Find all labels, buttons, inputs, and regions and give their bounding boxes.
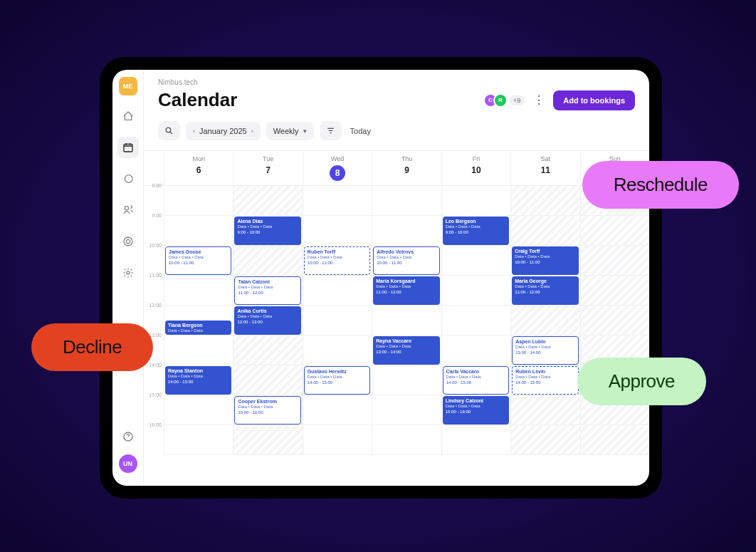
today-link[interactable]: Today xyxy=(350,127,371,135)
svg-rect-0 xyxy=(124,144,132,152)
time-label: 15:00 xyxy=(144,392,164,422)
time-label: 14:00 xyxy=(144,363,164,392)
time-slot[interactable] xyxy=(441,186,510,216)
time-slot[interactable] xyxy=(372,425,441,455)
calendar-event[interactable]: Alfredo VetrovsData • Data • Data10:00 -… xyxy=(373,246,439,275)
time-label: 16:00 xyxy=(144,422,164,452)
users-icon[interactable] xyxy=(117,199,139,221)
search-button[interactable] xyxy=(158,121,180,140)
breadcrumb: Nimbus tech xyxy=(158,78,635,86)
help-icon[interactable] xyxy=(117,426,139,447)
add-booking-button[interactable]: Add to bookings xyxy=(553,90,635,110)
time-slot[interactable] xyxy=(303,335,372,365)
time-slot[interactable] xyxy=(164,395,233,425)
more-menu-icon[interactable]: ⋮ xyxy=(533,93,545,107)
time-slot[interactable] xyxy=(233,425,302,455)
time-slot[interactable] xyxy=(441,425,510,455)
time-slot[interactable] xyxy=(372,306,441,335)
time-slot[interactable] xyxy=(303,306,372,335)
target-icon[interactable] xyxy=(117,231,139,252)
view-selector[interactable]: Weekly ▾ xyxy=(266,122,314,140)
reschedule-pill[interactable]: Reschedule xyxy=(582,161,739,209)
avatar-overflow: +9 xyxy=(509,95,525,105)
calendar-event[interactable]: Lindsey CalzoniData • Data • Data15:00 -… xyxy=(443,396,509,425)
time-slot[interactable] xyxy=(164,335,233,365)
filter-button[interactable] xyxy=(320,121,342,140)
page-title: Calendar xyxy=(158,89,237,111)
time-slot[interactable] xyxy=(164,186,233,216)
time-slot[interactable] xyxy=(164,425,233,455)
time-label: 10:00 xyxy=(144,243,164,273)
time-slot[interactable] xyxy=(372,395,441,425)
calendar-event[interactable]: Ruben TorffData • Data • Data10:00 - 11:… xyxy=(304,246,370,275)
calendar-event[interactable]: Gustavo HerwitzData • Data • Data14:00 -… xyxy=(304,366,370,395)
calendar-event[interactable]: Aspen LubinData • Data • Data13:00 - 14:… xyxy=(512,336,578,365)
calendar-icon[interactable] xyxy=(117,137,139,158)
time-slot[interactable] xyxy=(233,335,302,365)
avatar-stack[interactable]: C R +9 xyxy=(483,93,525,108)
calendar-event[interactable]: Craig TorffData • Data • Data10:00 - 11:… xyxy=(512,246,578,275)
time-slot[interactable] xyxy=(510,306,579,335)
calendar-event[interactable]: Tiana BergsonData • Data • Data12:30 - 1… xyxy=(165,321,231,335)
toolbar: ‹ January 2025 › Weekly ▾ Today xyxy=(144,111,649,150)
time-slot[interactable] xyxy=(441,246,510,276)
calendar-event[interactable]: Anika CurtisData • Data • Data12:00 - 13… xyxy=(234,306,300,335)
day-header[interactable]: Fri10 xyxy=(441,151,510,185)
time-label: 12:00 xyxy=(144,303,164,333)
filter-icon xyxy=(326,126,335,135)
avatar-me[interactable]: ME xyxy=(119,77,137,95)
month-label: January 2025 xyxy=(199,127,247,135)
day-header[interactable]: Sat11 xyxy=(510,151,579,185)
time-slot[interactable] xyxy=(233,246,302,276)
calendar-event[interactable]: Maria GeorgeData • Data • Data11:00 - 12… xyxy=(512,276,578,305)
time-label: 9:00 xyxy=(144,213,164,243)
time-slot[interactable] xyxy=(580,276,649,306)
chat-icon[interactable] xyxy=(117,168,139,189)
day-header[interactable]: Mon6 xyxy=(164,151,233,185)
month-selector[interactable]: ‹ January 2025 › xyxy=(186,122,261,140)
time-slot[interactable] xyxy=(441,306,510,335)
time-slot[interactable] xyxy=(580,425,649,455)
time-slot[interactable] xyxy=(510,425,579,455)
day-header[interactable]: Wed8 xyxy=(303,151,372,185)
calendar-event[interactable]: Leo BergsonData • Data • Data9:00 - 10:0… xyxy=(443,217,509,245)
time-slot[interactable] xyxy=(233,186,302,216)
time-slot[interactable] xyxy=(303,395,372,425)
calendar-event[interactable]: Cooper EkstromData • Data • Data15:00 - … xyxy=(234,396,300,425)
calendar-event[interactable]: Carla VaccaroData • Data • Data14:00 - 1… xyxy=(443,366,509,395)
time-slot[interactable] xyxy=(510,186,579,216)
time-slot[interactable] xyxy=(303,186,372,216)
calendar-event[interactable]: Maria KorsgaardData • Data • Data11:00 -… xyxy=(373,276,439,305)
time-slot[interactable] xyxy=(580,216,649,246)
avatar-un[interactable]: UN xyxy=(119,454,137,473)
time-slot[interactable] xyxy=(372,216,441,246)
time-slot[interactable] xyxy=(441,276,510,306)
chevron-left-icon: ‹ xyxy=(193,127,195,135)
calendar-event[interactable]: Rayna StantonData • Data • Data14:00 - 1… xyxy=(165,366,231,395)
calendar-event[interactable]: Rayna VaccaroData • Data • Data13:00 - 1… xyxy=(373,336,439,365)
home-icon[interactable] xyxy=(117,105,139,127)
time-slot[interactable] xyxy=(510,395,579,425)
time-slot[interactable] xyxy=(372,186,441,216)
calendar-event[interactable]: Ruben LevinData • Data • Data14:00 - 15:… xyxy=(512,366,578,395)
time-slot[interactable] xyxy=(233,365,302,395)
time-slot[interactable] xyxy=(303,276,372,306)
time-slot[interactable] xyxy=(164,216,233,246)
calendar-event[interactable]: Alena DiasData • Data • Data9:00 - 10:00 xyxy=(234,217,300,245)
decline-pill[interactable]: Decline xyxy=(31,323,153,371)
svg-point-4 xyxy=(127,271,130,274)
time-slot[interactable] xyxy=(372,365,441,395)
calendar-event[interactable]: Talan CalzoniData • Data • Data11:00 - 1… xyxy=(234,276,300,305)
settings-icon[interactable] xyxy=(117,262,139,283)
day-header[interactable]: Thu9 xyxy=(372,151,441,185)
time-slot[interactable] xyxy=(164,276,233,306)
time-slot[interactable] xyxy=(580,306,649,335)
time-slot[interactable] xyxy=(441,335,510,365)
time-slot[interactable] xyxy=(303,425,372,455)
time-slot[interactable] xyxy=(510,216,579,246)
day-header[interactable]: Tue7 xyxy=(233,151,302,185)
time-slot[interactable] xyxy=(303,216,372,246)
calendar-event[interactable]: James GouseData • Data • Data10:00 - 11:… xyxy=(165,246,231,275)
approve-pill[interactable]: Approve xyxy=(577,358,706,405)
time-slot[interactable] xyxy=(580,246,649,276)
